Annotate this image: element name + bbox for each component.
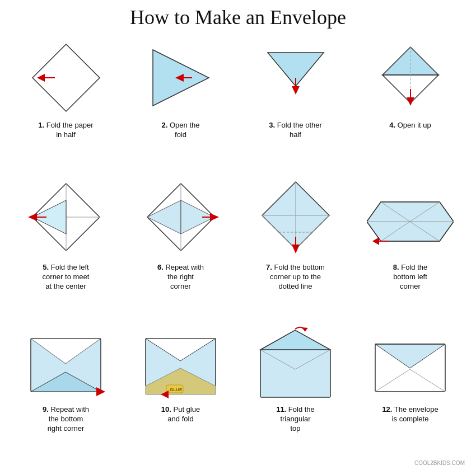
step-3: 3. Fold the otherhalf xyxy=(238,34,353,176)
step-11-label: 11. Fold thetriangulartop xyxy=(276,405,315,434)
step-8-diagram xyxy=(366,178,455,262)
step-10: GLUE 10. Put glueand fold xyxy=(123,318,238,460)
step-7-diagram xyxy=(251,178,340,262)
step-3-label: 3. Fold the otherhalf xyxy=(269,121,322,140)
step-2: 2. Open thefold xyxy=(123,34,238,176)
step-11: 11. Fold thetriangulartop xyxy=(238,318,353,460)
step-9-diagram xyxy=(21,320,111,404)
step-5-label: 5. Fold the leftcorner to meetat the cen… xyxy=(43,263,90,292)
step-1: 1. Fold the paperin half xyxy=(8,34,123,176)
step-2-diagram xyxy=(136,36,226,120)
page-title: How to Make an Envelope xyxy=(8,6,468,29)
step-7: 7. Fold the bottomcorner up to thedotted… xyxy=(238,176,353,318)
step-8-label: 8. Fold thebottom leftcorner xyxy=(393,263,427,292)
svg-marker-61 xyxy=(301,327,308,331)
step-4: 4. Open it up xyxy=(353,34,468,176)
step-7-label: 7. Fold the bottomcorner up to thedotted… xyxy=(266,263,325,292)
step-10-diagram: GLUE xyxy=(136,320,226,404)
step-9-label: 9. Repeat withthe bottomright corner xyxy=(43,405,89,434)
svg-marker-43 xyxy=(372,237,379,245)
step-6-label: 6. Repeat withthe rightcorner xyxy=(157,263,204,292)
svg-marker-7 xyxy=(292,86,300,95)
step-6-diagram xyxy=(136,178,226,262)
step-6: 6. Repeat withthe rightcorner xyxy=(123,176,238,318)
step-4-diagram xyxy=(366,36,455,120)
step-10-label: 10. Put glueand fold xyxy=(161,405,200,424)
step-11-diagram xyxy=(251,320,340,404)
step-8: 8. Fold thebottom leftcorner xyxy=(353,176,468,318)
svg-marker-26 xyxy=(210,213,219,221)
step-1-diagram xyxy=(21,36,111,120)
steps-grid: 1. Fold the paperin half 2. Open thefold xyxy=(8,34,468,460)
step-9: 9. Repeat withthe bottomright corner xyxy=(8,318,123,460)
svg-marker-58 xyxy=(260,330,330,350)
svg-rect-57 xyxy=(260,350,330,397)
svg-marker-13 xyxy=(407,97,414,106)
step-1-label: 1. Fold the paperin half xyxy=(38,121,93,140)
watermark: COOL2BKIDS.COM xyxy=(8,460,468,467)
step-12-label: 12. The envelopeis complete xyxy=(382,405,438,424)
svg-marker-34 xyxy=(292,245,300,253)
step-3-diagram xyxy=(251,36,340,120)
step-4-label: 4. Open it up xyxy=(389,121,431,130)
step-2-label: 2. Open thefold xyxy=(162,121,200,140)
svg-marker-19 xyxy=(28,213,37,221)
step-12: 12. The envelopeis complete xyxy=(353,318,468,460)
step-5: 5. Fold the leftcorner to meetat the cen… xyxy=(8,176,123,318)
step-5-diagram xyxy=(21,178,111,262)
page: How to Make an Envelope 1. Fold the pape… xyxy=(0,0,476,470)
step-12-diagram xyxy=(366,320,455,404)
svg-text:GLUE: GLUE xyxy=(170,387,183,392)
